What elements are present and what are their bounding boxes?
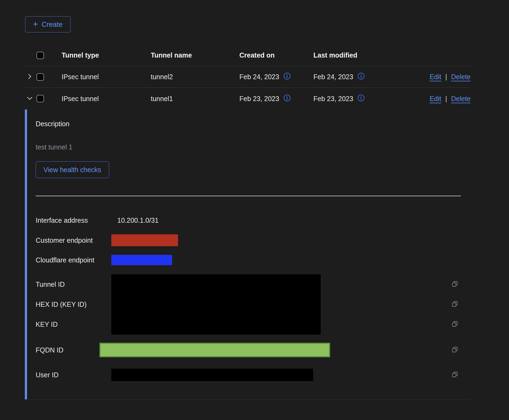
tunnel-detail-fields: Interface address 10.200.1.0/31 Customer…: [36, 210, 471, 385]
create-button[interactable]: + Create: [25, 16, 71, 32]
hex-id-label: HEX ID (KEY ID): [36, 294, 111, 314]
edit-link[interactable]: Edit: [430, 73, 441, 81]
actions-separator: |: [445, 73, 447, 81]
fqdn-id-redacted-value: [99, 343, 330, 357]
view-health-checks-label: View health checks: [43, 166, 101, 174]
copy-icon: [451, 321, 458, 328]
expand-row-button[interactable]: [25, 72, 34, 82]
cloudflare-endpoint-row: Cloudflare endpoint: [36, 250, 471, 270]
table-row: IPsec tunnel tunnel1 Feb 23, 2023 Feb 23…: [25, 88, 471, 109]
delete-link[interactable]: Delete: [451, 73, 471, 81]
last-modified-cell: Feb 24, 2023: [313, 73, 353, 81]
user-id-redacted-value: [111, 369, 313, 381]
cloudflare-endpoint-redacted-value: [111, 255, 172, 265]
header-tunnel-type: Tunnel type: [55, 51, 144, 59]
copy-icon: [451, 281, 458, 288]
last-modified-cell: Feb 23, 2023: [313, 95, 353, 103]
header-tunnel-name: Tunnel name: [144, 51, 233, 59]
tunnel-name-cell: tunnel2: [144, 73, 233, 81]
interface-address-value: 10.200.1.0/31: [111, 216, 159, 224]
row-checkbox[interactable]: [36, 95, 44, 102]
tunnels-page: + Create Tunnel type Tunnel name Created…: [25, 0, 471, 399]
customer-endpoint-label: Customer endpoint: [36, 236, 111, 244]
view-health-checks-button[interactable]: View health checks: [36, 161, 109, 178]
customer-endpoint-redacted-value: [111, 234, 178, 246]
table-row: IPsec tunnel tunnel2 Feb 24, 2023 Feb 24…: [25, 66, 471, 88]
actions-separator: |: [445, 95, 447, 103]
delete-link[interactable]: Delete: [451, 95, 471, 103]
info-icon[interactable]: [283, 72, 291, 81]
edit-link[interactable]: Edit: [430, 95, 441, 103]
info-icon[interactable]: [283, 94, 291, 103]
copy-fqdn-id-button[interactable]: [451, 346, 458, 354]
tunnel-id-label: Tunnel ID: [36, 274, 111, 294]
copy-icon: [451, 371, 458, 379]
copy-icon: [451, 346, 458, 354]
copy-tunnel-id-button[interactable]: [451, 281, 458, 288]
cloudflare-endpoint-label: Cloudflare endpoint: [36, 256, 111, 264]
user-id-label: User ID: [36, 371, 111, 379]
row-checkbox[interactable]: [36, 73, 44, 81]
user-id-row: User ID: [36, 365, 471, 385]
tunnel-name-cell: tunnel1: [144, 95, 233, 103]
customer-endpoint-row: Customer endpoint: [36, 230, 471, 250]
collapse-row-button[interactable]: [25, 94, 34, 104]
id-redacted-value-block: [111, 274, 321, 335]
created-on-cell: Feb 23, 2023: [239, 95, 279, 103]
tunnel-type-cell: IPsec tunnel: [55, 95, 144, 103]
select-all-checkbox[interactable]: [36, 52, 44, 59]
id-fields-group: Tunnel ID HEX ID (KEY ID) KEY ID: [36, 274, 471, 335]
created-on-cell: Feb 24, 2023: [239, 73, 279, 81]
chevron-down-icon: [26, 95, 33, 103]
copy-hex-id-button[interactable]: [451, 301, 458, 308]
tunnel-type-cell: IPsec tunnel: [55, 73, 144, 81]
description-value: test tunnel 1: [36, 143, 471, 151]
description-label: Description: [36, 120, 471, 128]
interface-address-label: Interface address: [36, 216, 111, 224]
chevron-right-icon: [26, 73, 33, 81]
expanded-tunnel-panel: Description test tunnel 1 View health ch…: [25, 109, 471, 399]
fqdn-id-row: FQDN ID: [36, 338, 471, 362]
info-icon[interactable]: [357, 72, 365, 81]
info-icon[interactable]: [357, 94, 365, 103]
header-last-modified: Last modified: [309, 51, 390, 59]
header-created-on: Created on: [233, 51, 309, 59]
interface-address-row: Interface address 10.200.1.0/31: [36, 210, 471, 230]
copy-key-id-button[interactable]: [451, 321, 458, 328]
table-header: Tunnel type Tunnel name Created on Last …: [25, 45, 471, 66]
panel-divider: [36, 196, 461, 196]
copy-user-id-button[interactable]: [451, 371, 458, 379]
create-button-label: Create: [42, 20, 63, 29]
key-id-label: KEY ID: [36, 315, 111, 335]
plus-icon: +: [33, 20, 38, 28]
copy-icon: [451, 301, 458, 308]
